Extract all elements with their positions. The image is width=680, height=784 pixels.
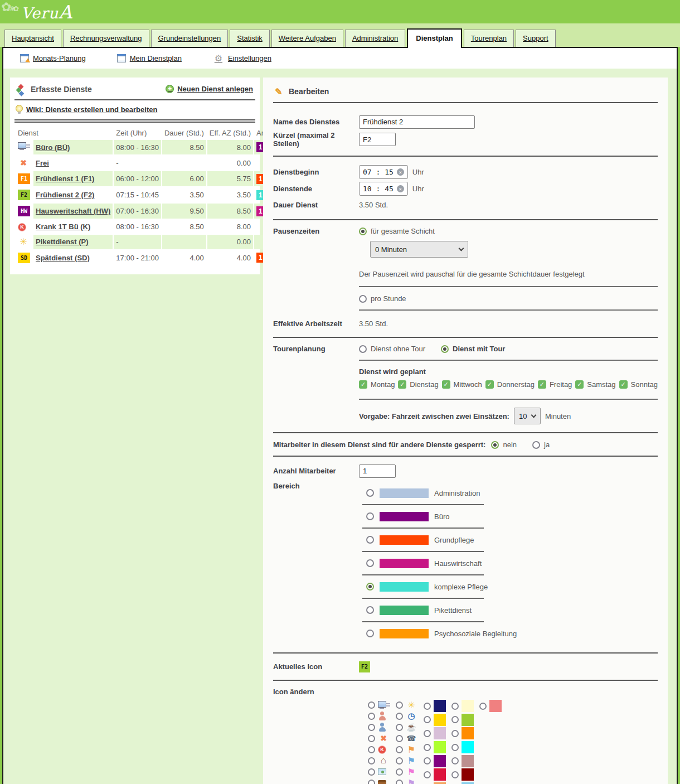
bereich-administration-radio[interactable] xyxy=(366,489,374,497)
divider xyxy=(359,399,658,400)
bereich-buero-radio[interactable] xyxy=(366,512,374,520)
gesperrt-ja-radio[interactable] xyxy=(532,441,540,449)
service-link[interactable]: Krank 1T Bü (K) xyxy=(36,222,90,231)
color-radio[interactable] xyxy=(451,757,459,764)
icon-radio[interactable] xyxy=(368,701,375,709)
icon-radio[interactable] xyxy=(396,768,403,776)
new-service-link[interactable]: Neuen Dienst anlegen xyxy=(166,85,253,93)
fahrzeit-select[interactable]: 10 xyxy=(514,408,541,424)
divider xyxy=(362,574,484,575)
tab-weitere-aufgaben[interactable]: Weitere Aufgaben xyxy=(271,30,343,47)
bereich-option: Pikettdienst xyxy=(366,603,658,617)
service-link[interactable]: Hausweritschaft (HW) xyxy=(36,207,110,215)
chest-icon xyxy=(378,780,386,784)
color-radio[interactable] xyxy=(451,703,459,710)
icon-radio[interactable] xyxy=(396,746,403,753)
subnav-mein-dienstplan[interactable]: Mein Dienstplan xyxy=(117,54,182,62)
tab-dienstplan[interactable]: Dienstplan xyxy=(407,28,462,48)
color-radio[interactable] xyxy=(424,757,431,764)
anzahl-input[interactable] xyxy=(359,464,396,478)
service-abbr-icon: F1 xyxy=(18,173,30,184)
clear-time-icon[interactable] xyxy=(397,168,404,176)
bereich-pikettdienst-radio[interactable] xyxy=(366,606,374,614)
freitag-checkbox[interactable] xyxy=(538,380,546,389)
icon-radio[interactable] xyxy=(368,780,375,784)
kuerzel-input[interactable] xyxy=(359,133,396,146)
tab-administration[interactable]: Administration xyxy=(345,30,405,47)
wiki-link[interactable]: Wiki: Dienste erstellen und bearbeiten xyxy=(16,105,255,114)
color-radio[interactable] xyxy=(451,771,459,778)
table-row: Pikettdienst (P) - 0.00 xyxy=(16,235,284,249)
service-link[interactable]: Büro (BÜ) xyxy=(36,143,70,152)
service-link[interactable]: Frei xyxy=(36,159,49,167)
ende-label: Dienstende xyxy=(273,185,359,193)
beginn-time-input[interactable]: 07 : 15 xyxy=(359,165,408,179)
color-radio[interactable] xyxy=(451,744,459,751)
color-radio[interactable] xyxy=(424,771,431,778)
icon-radio[interactable] xyxy=(396,780,403,784)
icon-radio[interactable] xyxy=(396,735,403,742)
anzahl-label: Anzahl Mitarbeiter xyxy=(273,467,359,475)
icon-radio[interactable] xyxy=(368,724,375,731)
fahrzeit-unit: Minuten xyxy=(545,412,571,420)
clear-time-icon[interactable] xyxy=(397,185,404,192)
gear-icon xyxy=(213,53,224,63)
color-radio[interactable] xyxy=(424,703,431,710)
icon-radio[interactable] xyxy=(368,757,375,764)
color-radio[interactable] xyxy=(424,716,431,723)
tab-statistik[interactable]: Statistik xyxy=(230,30,270,47)
gesperrt-nein-radio[interactable] xyxy=(491,441,499,449)
tab-hauptansicht[interactable]: Hauptansicht xyxy=(4,30,61,47)
col-header-zeit: Zeit (Uhr) xyxy=(114,127,161,139)
icon-radio[interactable] xyxy=(368,768,375,776)
color-radio[interactable] xyxy=(451,716,459,723)
service-link[interactable]: Frühdienst 1 (F1) xyxy=(36,175,94,183)
bereich-komplexe-pflege-radio[interactable] xyxy=(366,583,374,591)
service-eff: 3.50 xyxy=(207,187,253,202)
dienstag-checkbox[interactable] xyxy=(398,380,406,389)
name-input[interactable] xyxy=(359,115,475,129)
donnerstag-checkbox[interactable] xyxy=(485,380,494,389)
main-frame: Monats-Planung Mein Dienstplan Einstellu… xyxy=(2,47,678,784)
montag-checkbox[interactable] xyxy=(359,380,367,389)
bereich-color-swatch xyxy=(380,629,429,638)
color-radio[interactable] xyxy=(424,730,431,737)
icon-radio[interactable] xyxy=(396,713,403,720)
tab-tourenplan[interactable]: Tourenplan xyxy=(464,30,514,47)
bereich-grundpflege-radio[interactable] xyxy=(366,536,374,544)
icon-radio[interactable] xyxy=(368,746,375,753)
icon-radio[interactable] xyxy=(396,757,403,764)
pausen-stunde-radio[interactable] xyxy=(359,295,367,303)
tour-ohne-radio[interactable] xyxy=(359,345,367,353)
service-zeit: 07:15 - 10:45 xyxy=(114,187,161,202)
bereich-hauswirtschaft-radio[interactable] xyxy=(366,559,374,567)
color-radio[interactable] xyxy=(451,730,459,737)
subnav-monats-planung[interactable]: Monats-Planung xyxy=(20,54,86,62)
ende-time-input[interactable]: 10 : 45 xyxy=(359,182,408,196)
pausen-minuten-select[interactable]: 0 Minuten xyxy=(370,241,468,258)
edit-panel-title: Bearbeiten xyxy=(273,84,658,102)
service-link[interactable]: Spätdienst (SD) xyxy=(36,254,90,262)
tab-support[interactable]: Support xyxy=(516,30,556,47)
icon-radio[interactable] xyxy=(368,713,375,720)
samstag-checkbox[interactable] xyxy=(575,380,584,389)
bereich-psychosoziale-radio[interactable] xyxy=(366,630,374,637)
service-link[interactable]: Frühdienst 2 (F2) xyxy=(36,191,94,199)
sonntag-checkbox[interactable] xyxy=(619,380,628,389)
tour-label: Tourenplanung xyxy=(273,345,359,424)
tour-mit-radio[interactable] xyxy=(441,345,449,353)
tab-grundeinstellungen[interactable]: Grundeinstellungen xyxy=(151,30,229,47)
icon-radio[interactable] xyxy=(396,701,403,709)
content-area: Erfasste Dienste Neuen Dienst anlegen Wi… xyxy=(3,69,677,784)
icon-radio[interactable] xyxy=(396,724,403,731)
service-link[interactable]: Pikettdienst (P) xyxy=(36,238,89,246)
mittwoch-checkbox[interactable] xyxy=(442,380,450,389)
tab-rechnungsverwaltung[interactable]: Rechnungsverwaltung xyxy=(63,30,149,47)
subnav-einstellungen[interactable]: Einstellungen xyxy=(213,53,271,63)
color-radio[interactable] xyxy=(424,744,431,751)
pausen-schicht-radio[interactable] xyxy=(359,228,367,235)
cross-icon xyxy=(18,158,29,168)
icon-radio[interactable] xyxy=(368,735,375,742)
service-dauer: 6.00 xyxy=(162,171,206,186)
color-radio[interactable] xyxy=(479,703,487,710)
